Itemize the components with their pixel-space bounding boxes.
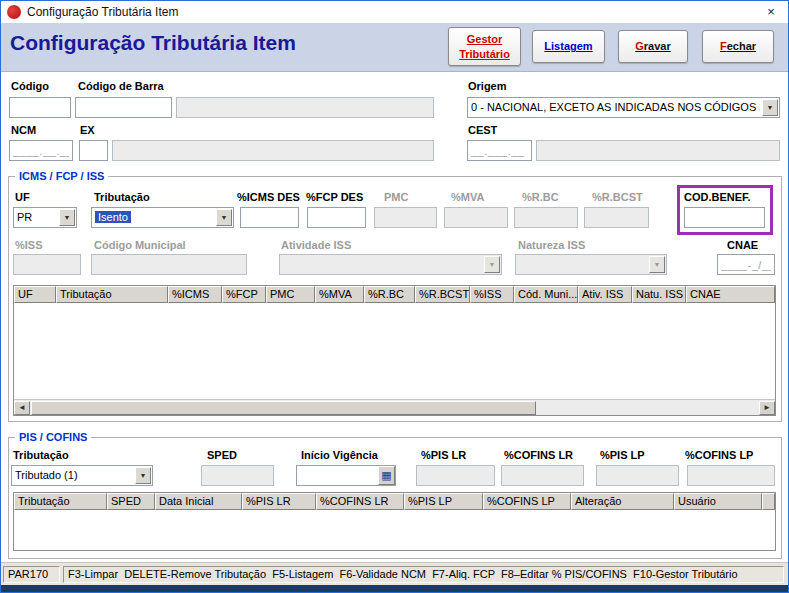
icms-des-label: %ICMS DES: [237, 191, 300, 203]
listagem-button[interactable]: Listagem: [532, 30, 605, 63]
fcp-des-input[interactable]: [307, 207, 366, 228]
natureza-iss-select: ▼: [515, 254, 667, 275]
icms-grid[interactable]: UF Tributação %ICMS %FCP PMC %MVA %R.BC …: [13, 285, 776, 416]
origem-value: 0 - NACIONAL, EXCETO AS INDICADAS NOS CÓ…: [471, 101, 760, 113]
listagem-label: Listagem: [544, 39, 592, 53]
window-title: Configuração Tributária Item: [27, 5, 178, 19]
tributacao-label: Tributação: [94, 191, 150, 203]
scroll-left-button[interactable]: ◄: [14, 401, 30, 415]
grid-header-cell: %ICMS: [168, 286, 222, 303]
grid-header-cell: Ativ. ISS: [578, 286, 632, 303]
codigo-input[interactable]: [9, 97, 71, 118]
pis-grid-header: Tributação SPED Data Inicial %PIS LR %CO…: [14, 493, 775, 510]
uf-label: UF: [15, 191, 30, 203]
cofins-lr-label: %COFINS LR: [504, 449, 573, 461]
uf-value: PR: [17, 211, 57, 223]
calendar-icon: ▦: [381, 469, 391, 481]
grid-header-cell: Natu. ISS: [632, 286, 686, 303]
iss-label: %ISS: [15, 239, 43, 251]
rbc-label: %R.BC: [522, 191, 559, 203]
pis-lr-field: [416, 465, 495, 486]
rbcst-field: [584, 207, 649, 228]
app-icon: [7, 5, 21, 19]
gestor-tributario-button[interactable]: Gestor Tributário: [448, 27, 521, 66]
cest-descricao-field: [536, 140, 780, 161]
dropdown-arrow-icon[interactable]: ▼: [59, 209, 75, 226]
codigo-de-barra-input[interactable]: [75, 97, 172, 118]
grid-header-cell: %R.BCST: [415, 286, 470, 303]
pis-lp-field: [596, 465, 679, 486]
dropdown-arrow-icon[interactable]: ▼: [135, 467, 151, 484]
ncm-descricao-field: [112, 140, 434, 161]
rbcst-label: %R.BCST: [592, 191, 643, 203]
codigo-de-barra-label: Código de Barra: [78, 80, 164, 92]
tributacao-value: Isento: [95, 211, 214, 223]
pis-tributacao-select[interactable]: Tributado (1) ▼: [11, 465, 153, 486]
uf-select[interactable]: PR ▼: [13, 207, 77, 228]
gestor-tributario-label: Gestor Tributário: [449, 32, 520, 61]
grid-header-cell: SPED: [107, 493, 155, 510]
ncm-label: NCM: [11, 124, 36, 136]
dropdown-arrow-icon[interactable]: ▼: [762, 99, 778, 116]
dropdown-arrow-icon: ▼: [484, 256, 500, 273]
mva-field: [444, 207, 508, 228]
grid-header-cell: %PIS LP: [404, 493, 483, 510]
grid-header-cell: CNAE: [686, 286, 775, 303]
grid-header-cell: Cód. Muni...: [514, 286, 578, 303]
descricao-field: [176, 97, 434, 118]
fechar-button[interactable]: Fechar: [702, 30, 774, 63]
ex-label: EX: [80, 124, 95, 136]
origem-select[interactable]: 0 - NACIONAL, EXCETO AS INDICADAS NOS CÓ…: [467, 97, 780, 118]
inicio-vigencia-label: Início Vigência: [301, 449, 378, 461]
ncm-input[interactable]: [9, 140, 73, 161]
grid-header-cell: Alteração: [571, 493, 674, 510]
cofins-lp-label: %COFINS LP: [685, 449, 753, 461]
pis-tributacao-value: Tributado (1): [15, 469, 133, 481]
scroll-right-button[interactable]: ►: [759, 401, 775, 415]
atividade-iss-select: ▼: [279, 254, 502, 275]
close-icon[interactable]: ×: [760, 2, 782, 22]
statusbar: PAR170 F3-Limpar DELETE-Remove Tributaçã…: [1, 562, 788, 585]
pis-grid[interactable]: Tributação SPED Data Inicial %PIS LR %CO…: [13, 492, 776, 551]
fcp-des-label: %FCP DES: [306, 191, 363, 203]
pis-tributacao-label: Tributação: [13, 449, 69, 461]
fechar-label: Fechar: [720, 39, 756, 53]
natureza-iss-label: Natureza ISS: [518, 239, 585, 251]
icms-grid-header: UF Tributação %ICMS %FCP PMC %MVA %R.BC …: [14, 286, 775, 303]
pmc-label: PMC: [384, 191, 408, 203]
icms-des-input[interactable]: [240, 207, 299, 228]
codigo-label: Código: [11, 80, 49, 92]
calendar-button[interactable]: ▦: [378, 466, 395, 485]
cnae-input[interactable]: [717, 254, 775, 275]
codigo-municipal-label: Código Municipal: [94, 239, 186, 251]
pis-lr-label: %PIS LR: [421, 449, 466, 461]
grid-header-cell: [762, 493, 775, 510]
dropdown-arrow-icon: ▼: [649, 256, 665, 273]
dropdown-arrow-icon[interactable]: ▼: [216, 209, 232, 226]
tributacao-select[interactable]: Isento ▼: [91, 207, 234, 228]
icms-grid-hscrollbar[interactable]: ◄ ►: [14, 399, 775, 415]
grid-header-cell: UF: [14, 286, 56, 303]
statusbar-panel-keys: F3-Limpar DELETE-Remove Tributação F5-Li…: [63, 566, 784, 583]
cest-label: CEST: [468, 124, 497, 136]
pis-grid-body[interactable]: [14, 510, 775, 550]
grid-header-cell: %PIS LR: [242, 493, 316, 510]
cest-input[interactable]: [467, 140, 532, 161]
cofins-lr-field: [501, 465, 584, 486]
grid-header-cell: %R.BC: [364, 286, 415, 303]
gravar-button[interactable]: Gravar: [618, 30, 688, 63]
codigo-municipal-field: [91, 254, 247, 275]
grid-header-cell: Data Inicial: [155, 493, 242, 510]
grid-header-cell: %ISS: [470, 286, 514, 303]
sped-label: SPED: [207, 449, 237, 461]
grid-header-cell: Tributação: [56, 286, 168, 303]
scroll-thumb[interactable]: [31, 401, 536, 415]
grid-header-cell: %COFINS LR: [316, 493, 404, 510]
origem-label: Origem: [468, 80, 507, 92]
pis-group-title: PIS / COFINS: [15, 431, 91, 443]
ex-input[interactable]: [79, 140, 108, 161]
grid-header-cell: PMC: [266, 286, 315, 303]
rbc-field: [514, 207, 578, 228]
icms-grid-body[interactable]: [14, 303, 775, 399]
grid-header-cell: %COFINS LP: [483, 493, 571, 510]
